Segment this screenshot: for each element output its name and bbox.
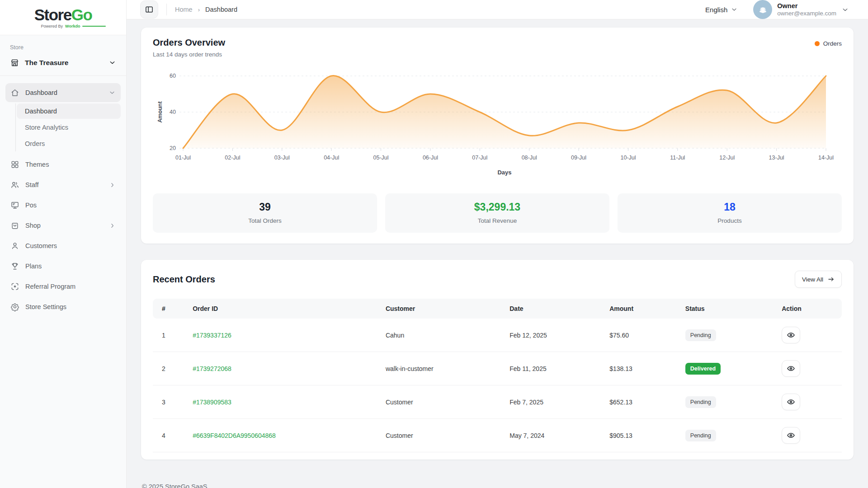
- eye-icon: [787, 364, 795, 373]
- sidebar-subitem-dashboard[interactable]: Dashboard: [17, 103, 121, 119]
- sidebar-item-themes[interactable]: Themes: [5, 155, 121, 174]
- column-header-amount: Amount: [604, 299, 680, 319]
- recent-orders-header: Recent Orders View All: [153, 271, 842, 288]
- table-row: 2 #1739272068 walk-in-customer Feb 11, 2…: [153, 352, 842, 385]
- sidebar-item-label: Pos: [25, 202, 37, 209]
- cell-date: Feb 11, 2025: [504, 352, 604, 385]
- svg-text:Amount: Amount: [157, 101, 163, 123]
- users-icon: [10, 180, 19, 189]
- order-id-link[interactable]: #6639F8402D6A9950604868: [193, 432, 276, 439]
- store-selector[interactable]: The Treasure: [0, 56, 126, 76]
- stat-label: Total Orders: [153, 217, 377, 224]
- svg-text:06-Jul: 06-Jul: [423, 155, 438, 161]
- breadcrumb-separator: ›: [198, 6, 200, 13]
- avatar: [753, 0, 772, 19]
- sidebar-item-label: Staff: [25, 181, 39, 188]
- sidebar-subitem-orders[interactable]: Orders: [17, 136, 121, 151]
- column-header-date: Date: [504, 299, 604, 319]
- eye-icon: [787, 331, 795, 339]
- status-badge: Pending: [685, 329, 716, 341]
- sidebar-item-label: Store Settings: [25, 303, 66, 310]
- brand-logo: StoreGo Powered By Workdo: [0, 0, 126, 35]
- breadcrumb-current: Dashboard: [205, 6, 237, 13]
- stats-row: 39 Total Orders $3,299.13 Total Revenue …: [153, 193, 842, 233]
- app-root: StoreGo Powered By Workdo Store The Trea…: [0, 0, 868, 488]
- stat-value: 39: [153, 201, 377, 213]
- powered-by-prefix: Powered By: [41, 24, 63, 28]
- table-row: 1 #1739337126 Cahun Feb 12, 2025 $75.60 …: [153, 319, 842, 352]
- language-selector[interactable]: English: [705, 6, 738, 14]
- svg-text:20: 20: [170, 145, 176, 151]
- cell-customer: Customer: [380, 419, 504, 452]
- overview-header: Orders Overview Last 14 days order trend…: [153, 38, 842, 58]
- arrow-right-icon: [827, 276, 835, 283]
- sidebar-item-store-settings[interactable]: Store Settings: [5, 297, 121, 316]
- breadcrumb-home[interactable]: Home: [175, 6, 193, 13]
- chevron-down-icon: [841, 6, 849, 14]
- content: Orders Overview Last 14 days order trend…: [127, 19, 868, 488]
- chevron-down-icon: [731, 6, 738, 13]
- user-menu[interactable]: Owner owner@example.com: [753, 0, 849, 19]
- view-all-button[interactable]: View All: [795, 271, 842, 288]
- main-area: Home › Dashboard English Owner: [127, 0, 868, 488]
- overview-title: Orders Overview: [153, 38, 225, 48]
- chevron-right-icon: [109, 182, 116, 188]
- cell-customer: Customer: [380, 385, 504, 419]
- footer-copyright: © 2025 StoreGo SaaS: [142, 483, 853, 488]
- chart-legend-orders[interactable]: Orders: [815, 40, 842, 47]
- view-order-button[interactable]: [782, 394, 800, 410]
- column-header-customer: Customer: [380, 299, 504, 319]
- order-id-link[interactable]: #1739272068: [193, 365, 231, 372]
- referral-icon: [10, 282, 19, 291]
- sidebar-item-plans[interactable]: Plans: [5, 257, 121, 276]
- storefront-icon: [10, 58, 19, 67]
- column-header--: #: [153, 299, 187, 319]
- store-selector-label: The Treasure: [25, 59, 69, 67]
- status-badge: Delivered: [685, 363, 721, 375]
- stat-value: $3,299.13: [385, 201, 609, 213]
- user-info: Owner owner@example.com: [777, 2, 836, 18]
- chevron-down-icon: [108, 89, 116, 96]
- svg-text:40: 40: [170, 109, 176, 115]
- sidebar-menu: DashboardDashboardStore AnalyticsOrdersT…: [0, 76, 126, 325]
- orders-area-chart: 20406001-Jul02-Jul03-Jul04-Jul05-Jul06-J…: [153, 62, 842, 185]
- sidebar-item-pos[interactable]: Pos: [5, 196, 121, 215]
- building-icon: [757, 4, 769, 15]
- order-id-link[interactable]: #1738909583: [193, 399, 231, 406]
- svg-text:12-Jul: 12-Jul: [719, 155, 735, 161]
- language-label: English: [705, 6, 727, 14]
- chevron-down-icon: [108, 59, 116, 66]
- topbar-divider: [166, 4, 167, 15]
- sidebar-item-label: Plans: [25, 263, 42, 270]
- powered-by-line: [82, 26, 106, 27]
- svg-text:01-Jul: 01-Jul: [175, 155, 191, 161]
- chevron-right-icon: [109, 222, 116, 229]
- order-id-link[interactable]: #1739337126: [193, 332, 231, 339]
- view-order-button[interactable]: [782, 427, 800, 444]
- stat-card-total-revenue: $3,299.13 Total Revenue: [385, 193, 609, 233]
- brand-name-part1: Store: [34, 6, 71, 23]
- legend-dot-icon: [815, 41, 820, 46]
- view-order-button[interactable]: [782, 327, 800, 343]
- recent-orders-card: Recent Orders View All #Order IDCustomer…: [141, 260, 854, 460]
- bag-icon: [10, 221, 19, 230]
- powered-by: Powered By Workdo: [41, 24, 106, 28]
- cell-date: Feb 7, 2025: [504, 385, 604, 419]
- overview-subtitle: Last 14 days order trends: [153, 51, 225, 58]
- table-row: 3 #1738909583 Customer Feb 7, 2025 $652.…: [153, 385, 842, 419]
- sidebar-toggle-button[interactable]: [140, 0, 158, 19]
- sidebar-subitem-store-analytics[interactable]: Store Analytics: [17, 120, 121, 135]
- sidebar-submenu: DashboardStore AnalyticsOrders: [15, 103, 121, 151]
- sidebar-item-label: Shop: [25, 222, 41, 229]
- svg-text:10-Jul: 10-Jul: [620, 155, 636, 161]
- status-badge: Pending: [685, 396, 716, 408]
- topbar: Home › Dashboard English Owner: [127, 0, 868, 19]
- sidebar-item-customers[interactable]: Customers: [5, 236, 121, 255]
- sidebar-item-referral-program[interactable]: Referral Program: [5, 277, 121, 296]
- sidebar-item-dashboard[interactable]: Dashboard: [5, 83, 121, 102]
- view-order-button[interactable]: [782, 360, 800, 377]
- trophy-icon: [10, 262, 19, 271]
- sidebar-item-shop[interactable]: Shop: [5, 216, 121, 235]
- gear-icon: [10, 302, 19, 311]
- sidebar-item-staff[interactable]: Staff: [5, 175, 121, 194]
